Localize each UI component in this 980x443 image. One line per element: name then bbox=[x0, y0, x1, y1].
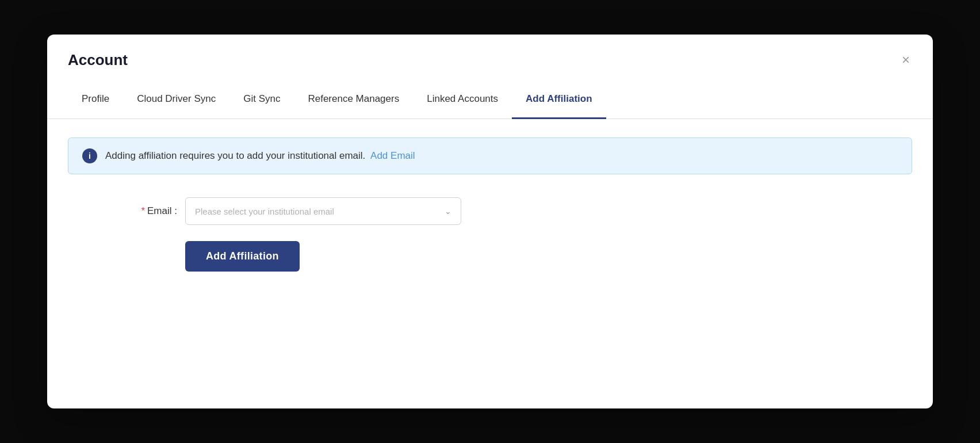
tab-linked-accounts-label: Linked Accounts bbox=[427, 93, 498, 104]
info-icon: i bbox=[82, 148, 97, 163]
tab-profile[interactable]: Profile bbox=[68, 81, 123, 119]
tab-linked-accounts[interactable]: Linked Accounts bbox=[413, 81, 512, 119]
email-select-dropdown[interactable]: Please select your institutional email ⌄ bbox=[185, 197, 461, 225]
tabs-bar: Profile Cloud Driver Sync Git Sync Refer… bbox=[47, 81, 933, 119]
tab-add-affiliation[interactable]: Add Affiliation bbox=[512, 81, 606, 119]
email-label-group: * Email : bbox=[125, 205, 177, 217]
tab-profile-label: Profile bbox=[82, 93, 109, 104]
tab-reference-managers[interactable]: Reference Managers bbox=[294, 81, 413, 119]
close-button[interactable]: × bbox=[899, 51, 912, 69]
modal-overlay: Account × Profile Cloud Driver Sync Git … bbox=[0, 0, 980, 443]
email-label: Email : bbox=[147, 205, 177, 217]
add-email-link[interactable]: Add Email bbox=[370, 150, 415, 161]
info-banner-text: Adding affiliation requires you to add y… bbox=[105, 150, 415, 162]
email-form-row: * Email : Please select your institution… bbox=[68, 197, 912, 225]
submit-row: Add Affiliation bbox=[128, 241, 912, 272]
tab-git-sync-label: Git Sync bbox=[243, 93, 280, 104]
chevron-down-icon: ⌄ bbox=[445, 207, 451, 216]
modal-header: Account × bbox=[47, 35, 933, 81]
required-star: * bbox=[141, 206, 145, 216]
account-modal: Account × Profile Cloud Driver Sync Git … bbox=[47, 35, 933, 408]
modal-title: Account bbox=[68, 51, 128, 69]
add-affiliation-button[interactable]: Add Affiliation bbox=[185, 241, 300, 272]
info-banner: i Adding affiliation requires you to add… bbox=[68, 138, 912, 174]
tab-cloud-driver-sync[interactable]: Cloud Driver Sync bbox=[123, 81, 229, 119]
email-select-placeholder: Please select your institutional email bbox=[195, 207, 334, 216]
close-icon: × bbox=[902, 53, 910, 67]
info-banner-message: Adding affiliation requires you to add y… bbox=[105, 150, 365, 161]
tab-cloud-driver-sync-label: Cloud Driver Sync bbox=[137, 93, 216, 104]
tab-git-sync[interactable]: Git Sync bbox=[229, 81, 294, 119]
tab-reference-managers-label: Reference Managers bbox=[308, 93, 399, 104]
tab-add-affiliation-label: Add Affiliation bbox=[526, 93, 592, 104]
modal-body: i Adding affiliation requires you to add… bbox=[47, 119, 933, 290]
